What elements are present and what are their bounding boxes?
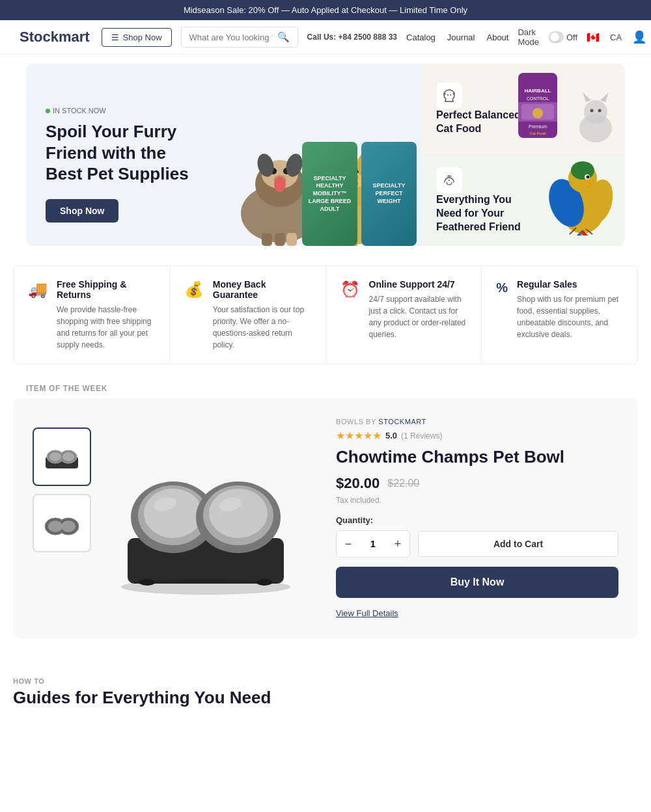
- svg-point-11: [274, 176, 286, 192]
- user-icon[interactable]: 👤: [632, 30, 646, 44]
- tax-note: Tax included.: [336, 496, 618, 505]
- svg-marker-36: [600, 92, 609, 102]
- buy-now-button[interactable]: Buy It Now: [336, 567, 618, 598]
- search-icon: 🔍: [277, 31, 290, 43]
- svg-text:Cat Food: Cat Food: [529, 131, 546, 135]
- toggle-pill[interactable]: [549, 31, 564, 43]
- sales-icon: %: [496, 280, 508, 295]
- nav-catalog[interactable]: Catalog: [406, 33, 436, 42]
- price-original: $22.00: [387, 478, 419, 489]
- in-stock-dot: [46, 109, 50, 113]
- svg-point-71: [256, 579, 272, 586]
- price-row: $20.00 $22.00: [336, 475, 618, 492]
- flag-icon: 🇨🇦: [587, 31, 600, 44]
- svg-point-46: [587, 176, 590, 179]
- svg-point-30: [533, 108, 543, 118]
- svg-rect-10: [286, 233, 297, 246]
- feature-sales-title: Regular Sales: [517, 279, 623, 290]
- quantity-increase-button[interactable]: +: [386, 531, 409, 557]
- add-to-cart-button[interactable]: Add to Cart: [418, 531, 618, 557]
- cat-food-image: HAIRBALL CONTROL Premium Cat Food: [508, 66, 618, 155]
- product-title: Chowtime Champs Pet Bowl: [336, 447, 618, 467]
- feature-shipping: 🚚 Free Shipping & Returns We provide has…: [14, 266, 170, 364]
- breadcrumb-by: by: [366, 418, 378, 426]
- food-bag-1: SPECIALTYHEALTHYMOBILITY™LARGE BREED ADU…: [302, 142, 357, 246]
- view-full-details-link[interactable]: View Full Details: [336, 608, 398, 618]
- svg-point-67: [209, 489, 268, 538]
- svg-point-70: [139, 579, 155, 586]
- parrot-svg: [534, 157, 618, 236]
- hero-shop-now-button[interactable]: Shop Now: [46, 199, 118, 223]
- svg-point-39: [449, 180, 450, 181]
- stars: ★★★★★: [336, 429, 381, 442]
- svg-rect-9: [275, 233, 285, 246]
- breadcrumb-category: BOWLS: [336, 418, 363, 426]
- shop-now-label: Shop Now: [123, 33, 162, 42]
- feature-support: ⏰ Online Support 24/7 24/7 support avail…: [326, 266, 482, 364]
- shop-now-button[interactable]: ☰ Shop Now: [102, 28, 172, 47]
- hero-card-bird[interactable]: Everything You Need for Your Feathered F…: [423, 155, 625, 246]
- main-bowl-svg: [108, 434, 303, 603]
- features-row: 🚚 Free Shipping & Returns We provide has…: [13, 265, 638, 364]
- country-label: CA: [610, 33, 622, 42]
- hero-right: Perfect Balanced Cat Food HAIRBALL CONTR…: [423, 64, 625, 246]
- feature-support-desc: 24/7 support available with just a click…: [369, 293, 467, 340]
- search-input[interactable]: [189, 33, 272, 42]
- feature-guarantee-desc: Your satisfaction is our top priority. W…: [213, 304, 311, 351]
- svg-point-44: [571, 161, 594, 180]
- rating-score: 5.0: [385, 431, 397, 440]
- thumbnail-bowl-svg-2: [42, 507, 81, 539]
- call-us: Call Us: +84 2500 888 33: [307, 33, 397, 42]
- product-breadcrumb: BOWLS by Stockmart: [336, 418, 618, 426]
- svg-point-38: [598, 109, 602, 113]
- dark-mode-state: Off: [566, 33, 577, 42]
- product-details-col: BOWLS by Stockmart ★★★★★ 5.0 (1 Reviews)…: [336, 418, 618, 619]
- cat-food-bag-svg: HAIRBALL CONTROL Premium Cat Food: [508, 66, 567, 144]
- quantity-label: Quantity:: [336, 515, 618, 525]
- svg-text:CONTROL: CONTROL: [526, 96, 548, 101]
- bird-icon: [436, 167, 462, 193]
- announcement-bar: Midseason Sale: 20% Off — Auto Applied a…: [0, 0, 651, 20]
- svg-point-56: [48, 521, 62, 532]
- section-label: Item of the Week: [13, 384, 638, 393]
- breadcrumb-brand[interactable]: Stockmart: [378, 418, 426, 426]
- price-current: $20.00: [336, 475, 380, 492]
- svg-point-52: [49, 452, 61, 461]
- quantity-control: − +: [336, 530, 410, 558]
- nav-about[interactable]: About: [486, 33, 508, 42]
- star-rating: ★★★★★ 5.0 (1 Reviews): [336, 429, 618, 442]
- how-to-section: HOW TO Guides for Everything You Need: [0, 658, 651, 714]
- product-thumbnails: [33, 427, 91, 552]
- svg-point-23: [447, 94, 449, 96]
- svg-rect-8: [262, 233, 272, 246]
- nav-journal[interactable]: Journal: [447, 33, 475, 42]
- announcement-text: Midseason Sale: 20% Off — Auto Applied a…: [184, 5, 467, 15]
- main-product-image: [102, 427, 310, 610]
- hero-card-cat[interactable]: Perfect Balanced Cat Food HAIRBALL CONTR…: [423, 64, 625, 155]
- product-images-col: [33, 427, 310, 610]
- search-bar: 🔍: [181, 27, 298, 47]
- dark-mode-toggle[interactable]: Dark Mode Off: [518, 27, 577, 47]
- rating-count: (1 Reviews): [401, 431, 442, 440]
- svg-point-34: [584, 100, 607, 124]
- call-us-label: Call Us:: [307, 33, 337, 42]
- hero-left: IN STOCK NOW Spoil Your Furry Friend wit…: [26, 64, 423, 246]
- feature-sales-desc: Shop with us for premium pet food, essen…: [517, 293, 623, 340]
- shipping-icon: 🚚: [28, 280, 48, 299]
- feature-sales: % Regular Sales Shop with us for premium…: [482, 266, 637, 364]
- quantity-input[interactable]: [360, 531, 386, 557]
- feature-support-title: Online Support 24/7: [369, 279, 467, 290]
- svg-marker-35: [583, 92, 591, 102]
- thumbnail-2[interactable]: [33, 494, 91, 552]
- how-to-label: HOW TO: [13, 677, 638, 685]
- quantity-decrease-button[interactable]: −: [337, 531, 360, 557]
- logo[interactable]: Stockmart: [20, 29, 90, 46]
- dark-mode-label: Dark Mode: [518, 27, 546, 47]
- thumbnail-1[interactable]: [33, 427, 91, 486]
- feature-shipping-desc: We provide hassle-free shopping with fre…: [57, 304, 155, 351]
- svg-point-24: [450, 94, 451, 96]
- bird-card-title: Everything You Need for Your Feathered F…: [436, 193, 527, 234]
- nav-links: Catalog Journal About: [406, 33, 508, 42]
- food-bag-2: SPECIALTYPERFECTWEIGHT: [361, 142, 417, 246]
- bird-image: [534, 157, 618, 246]
